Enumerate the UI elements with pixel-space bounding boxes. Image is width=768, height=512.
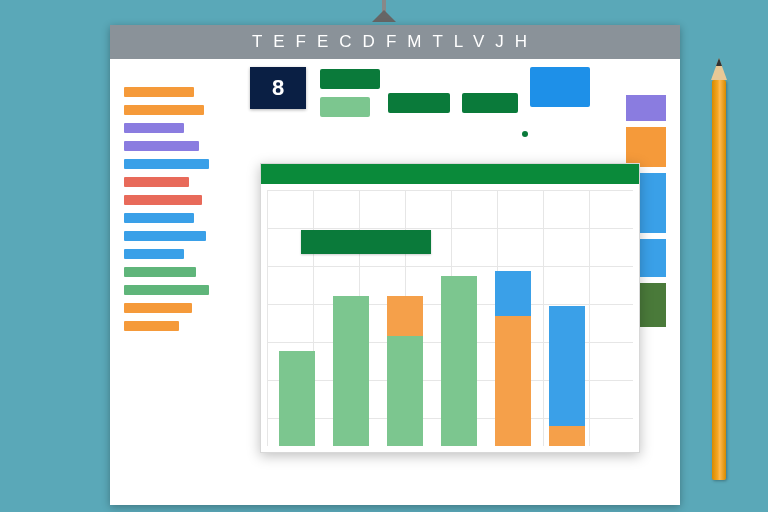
bar — [279, 351, 315, 446]
row-stripe — [124, 321, 179, 331]
cell-highlight — [388, 93, 450, 113]
number-badge: 8 — [250, 67, 306, 109]
bar-segment — [495, 271, 531, 316]
cell-highlight — [462, 93, 518, 113]
bar-segment — [333, 296, 369, 446]
bar-segment — [387, 336, 423, 446]
column-header-bar: TEFECDFMTLVJH — [110, 25, 680, 59]
row-stripe — [124, 249, 184, 259]
bar-segment — [549, 426, 585, 446]
side-block — [626, 95, 666, 121]
row-stripe — [124, 231, 206, 241]
bar — [387, 296, 423, 446]
row-stripe — [124, 267, 196, 277]
chart-titlebar — [261, 164, 639, 184]
bar — [549, 306, 585, 446]
badge-value: 8 — [272, 75, 284, 101]
bar-segment — [279, 351, 315, 446]
cell-highlight — [320, 97, 370, 117]
bar-segment — [441, 276, 477, 446]
row-stripe — [124, 195, 202, 205]
row-stripe — [124, 213, 194, 223]
bar-segment — [549, 306, 585, 426]
chart-bars — [271, 236, 629, 446]
bar — [333, 296, 369, 446]
column-letters: TEFECDFMTLVJH — [252, 32, 538, 52]
chart-window[interactable] — [260, 163, 640, 453]
bar-segment — [387, 296, 423, 336]
row-stripe — [124, 123, 184, 133]
pencil-icon — [712, 80, 726, 480]
bar — [495, 271, 531, 446]
chart-plot-area — [261, 184, 639, 452]
row-stripe — [124, 105, 204, 115]
row-stripe — [124, 159, 209, 169]
row-stripe — [124, 285, 209, 295]
cell-highlight — [530, 67, 590, 107]
spreadsheet-panel: TEFECDFMTLVJH 8 — [110, 25, 680, 505]
row-stripe — [124, 177, 189, 187]
hanger-icon — [364, 0, 404, 25]
row-stripe — [124, 87, 194, 97]
row-stripe — [124, 303, 192, 313]
cell-highlight — [320, 69, 380, 89]
bar-segment — [495, 316, 531, 446]
row-highlights — [124, 87, 214, 339]
dot-icon — [522, 131, 528, 137]
side-block — [626, 127, 666, 167]
bar — [441, 276, 477, 446]
row-stripe — [124, 141, 199, 151]
